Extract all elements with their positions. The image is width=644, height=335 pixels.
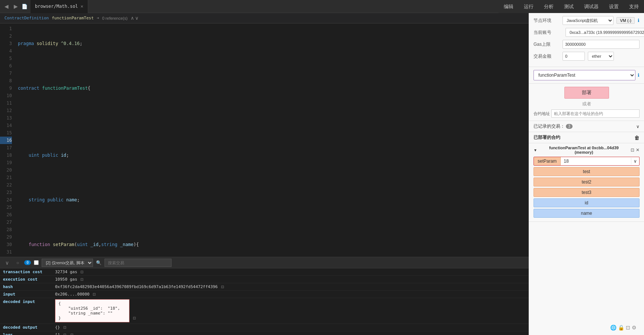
deployed-contract-item: ▼ functionParamTest at 0xcbb...04d39 (me… [529, 143, 644, 222]
transactions-header[interactable]: 已记录的交易： 3 ∨ [529, 121, 644, 132]
collapse-button[interactable]: ∨ [3, 259, 11, 267]
nav-edit[interactable]: 编辑 [499, 0, 519, 13]
filter-select[interactable]: [2] 仅remix交易, 脚本 [42, 259, 93, 267]
arrow-icon: ➜ [97, 16, 99, 20]
copy-button[interactable]: ⊡ [63, 325, 67, 329]
deploy-button[interactable]: 部署 [564, 87, 609, 99]
setparam-chevron[interactable]: ∨ [631, 158, 639, 165]
test-btn-row: test [534, 167, 640, 176]
name-button[interactable]: name [534, 209, 640, 218]
forward-button[interactable]: ▶ [12, 3, 19, 10]
references-button[interactable]: 0 reference(s) [102, 16, 127, 20]
row-value: 0xf36fc2da482983e44056a43967089fbd169c6d… [52, 283, 529, 291]
test3-button[interactable]: test3 [534, 188, 640, 197]
nav-test[interactable]: 测试 [559, 0, 579, 13]
editor-area: ContractDefinition functionParamTest ➜ 0… [0, 13, 529, 335]
search-input[interactable] [105, 259, 172, 267]
account-row: 当前账号 0xca3...a733c (19.99999999999567293… [534, 28, 640, 37]
tab-close-button[interactable]: ✕ [80, 4, 83, 9]
bottom-panel: ∨ ○ 0 [2] 仅remix交易, 脚本 🔍 transaction cos… [0, 257, 529, 335]
contract-definition-label: ContractDefinition [4, 16, 49, 20]
code-lines-container: 1 2 3 4 5 6 7 8 9 10 11 12 13 14 15 16 1 [0, 23, 529, 257]
code-line-1: pragma solidity ^0.4.16; [18, 40, 526, 47]
id-button[interactable]: id [534, 198, 640, 207]
contract-addr-input[interactable] [551, 109, 640, 118]
back-button[interactable]: ◀ [3, 3, 10, 10]
code-line-10: function setParam(uint _id,string _name)… [18, 241, 526, 248]
copy-button[interactable]: ⊡ [220, 285, 225, 289]
tab-label: browser/Math.sol [35, 4, 78, 9]
table-row: decoded output {} ⊡ [0, 324, 529, 331]
copy-button[interactable]: ⊡ [63, 333, 67, 335]
deployed-copy-button[interactable]: ⊡ [631, 147, 634, 153]
test3-btn-row: test3 [534, 188, 640, 197]
gas-input[interactable] [563, 40, 640, 49]
deployed-contract-header: ▼ functionParamTest at 0xcbb...04d39 (me… [534, 146, 640, 154]
nav-support[interactable]: 支持 [624, 0, 644, 13]
deployed-header: 已部署的合约 🗑 [529, 132, 644, 143]
code-line-2 [18, 62, 526, 70]
transaction-badge: 0 [24, 260, 31, 265]
nav-run[interactable]: 运行 [519, 0, 539, 13]
node-env-section: 节点环境 JavaScript虚拟机 VM (-) ℹ 当前账号 0xca3..… [529, 13, 644, 67]
contract-info-button[interactable]: ℹ [638, 73, 640, 78]
copy-button[interactable]: ⊡ [132, 316, 137, 320]
gas-label: Gas上限 [534, 41, 560, 48]
top-nav: 编辑 运行 分析 测试 调试器 设置 支持 [499, 0, 644, 13]
right-sidebar: 节点环境 JavaScript虚拟机 VM (-) ℹ 当前账号 0xca3..… [529, 13, 644, 335]
row-value: { "uint256 _id": "18", "string _name": "… [52, 298, 529, 324]
ether-select[interactable]: ether [588, 52, 614, 61]
test2-button[interactable]: test2 [534, 178, 640, 186]
settings-icon[interactable]: ⚙ [632, 325, 637, 331]
account-label: 当前账号 [534, 29, 560, 36]
vm-button[interactable]: VM (-) [616, 17, 635, 24]
id-btn-row: id [534, 198, 640, 207]
account-select[interactable]: 0xca3...a733c (19.999999999995672932... [565, 28, 644, 37]
deployed-close-button[interactable]: ✕ [636, 147, 640, 153]
chevron-up-button[interactable]: ∧ [131, 15, 134, 21]
tab-bar-left: ◀ ▶ 📄 [0, 3, 31, 10]
table-row: execution cost 10950 gas ⊡ [0, 276, 529, 283]
test2-btn-row: test2 [534, 178, 640, 186]
copy-button[interactable]: ⊡ [80, 270, 84, 274]
copy-button[interactable]: ⊡ [92, 292, 96, 296]
editor-header: ContractDefinition functionParamTest ➜ 0… [0, 13, 529, 23]
lock-icon[interactable]: 🔒 [618, 325, 624, 331]
globe-icon[interactable]: 🌐 [610, 325, 616, 331]
code-line-6: uint public id; [18, 151, 526, 159]
nav-settings[interactable]: 设置 [604, 0, 624, 13]
deployed-contract-name: functionParamTest at 0xcbb...04d39 (memo… [539, 146, 628, 154]
chevron-down-button[interactable]: ∨ [135, 15, 139, 21]
contract-addr-row: 合约地址 [534, 109, 640, 118]
setparam-input[interactable] [561, 157, 631, 165]
copy-button-2[interactable]: ⊡ [70, 333, 74, 335]
decoded-input-box: { "uint256 _id": "18", "string _name": "… [55, 299, 129, 322]
row-label: transaction cost [0, 268, 52, 276]
trash-button[interactable]: 🗑 [634, 135, 640, 141]
code-line-3: contract functionParamTest{ [18, 84, 526, 92]
copy-button[interactable]: ⊡ [80, 277, 84, 281]
main-layout: ContractDefinition functionParamTest ➜ 0… [0, 13, 644, 335]
contract-select[interactable]: functionParamTest [534, 70, 635, 80]
table-row: transaction cost 32734 gas ⊡ [0, 268, 529, 276]
table-row: hash 0xf36fc2da482983e44056a43967089fbd1… [0, 283, 529, 291]
nav-analyze[interactable]: 分析 [539, 0, 559, 13]
test-button[interactable]: test [534, 167, 640, 176]
copy-icon-bottom[interactable]: ⊡ [626, 325, 630, 331]
table-row: input 0x206....00000 ⊡ [0, 291, 529, 298]
node-env-select[interactable]: JavaScript虚拟机 [563, 16, 613, 25]
code-line-8: string public name; [18, 196, 526, 204]
code-line-7 [18, 174, 526, 181]
code-editor[interactable]: 1 2 3 4 5 6 7 8 9 10 11 12 13 14 15 16 1 [0, 23, 529, 257]
tx-value-input[interactable] [563, 52, 585, 61]
node-env-info-button[interactable]: ℹ [638, 18, 640, 23]
setparam-label: setParam [534, 157, 561, 165]
triangle-icon[interactable]: ▼ [534, 148, 537, 152]
function-name-label: functionParamTest [52, 16, 94, 20]
table-row-decoded-input: decoded input { "uint256 _id": "18", "st… [0, 298, 529, 324]
row-value: {} ⊡ [52, 324, 529, 331]
checkbox-filter[interactable] [34, 260, 39, 265]
nav-debugger[interactable]: 调试器 [579, 0, 604, 13]
tab-math-sol[interactable]: browser/Math.sol ✕ [31, 0, 88, 13]
clear-button[interactable]: ○ [14, 259, 21, 266]
